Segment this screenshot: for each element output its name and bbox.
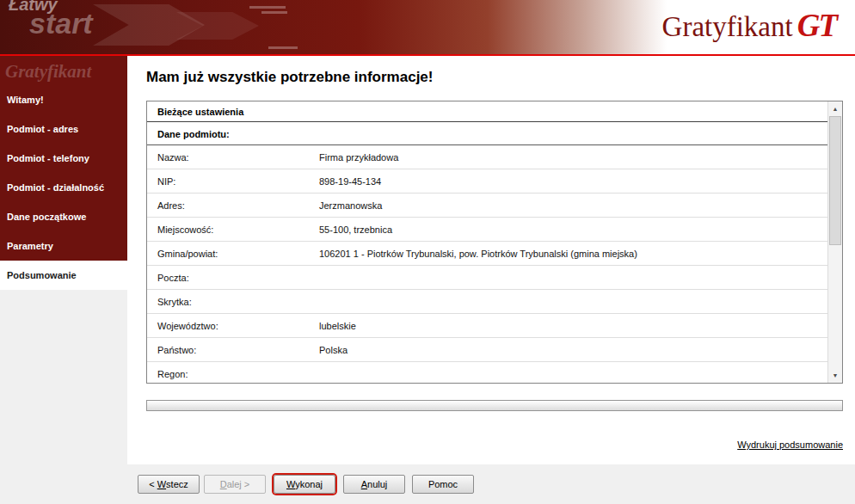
sidebar-item-label: Witamy! [7,95,44,105]
button-label-mnemonic: D [220,479,227,489]
button-label-part: stecz [166,479,188,489]
field-label: NIP: [157,176,319,187]
header-decoration-lines [261,11,287,14]
wizard-steps-sidebar: Gratyfikant Witamy! Podmiot - adres Podm… [0,56,127,290]
field-value: Firma przykładowa [319,152,827,163]
table-row: Miejscowość: 55-100, trzebnica [147,218,827,242]
button-label-part: nuluj [367,479,387,489]
cancel-button[interactable]: Anuluj [343,475,405,494]
execute-button[interactable]: Wykonaj [274,475,335,494]
scrollbar-thumb[interactable] [829,116,841,245]
sidebar-item-label: Podsumowanie [7,270,77,280]
watermark-gratyfikant: Gratyfikant [5,61,91,83]
table-row: Nazwa: Firma przykładowa [147,145,827,169]
header-decoration-lines [249,6,286,9]
sidebar-item-witamy[interactable]: Witamy! [0,85,127,114]
next-button[interactable]: Dalej > [204,475,266,494]
field-label: Poczta: [157,273,319,283]
footer-bar: < Wstecz Dalej > Wykonaj Anuluj Pomoc [0,464,855,504]
table-row: Województwo: lubelskie [147,314,827,338]
header-decoration-lines [268,46,298,49]
field-value: lubelskie [319,321,827,331]
sidebar-item-podmiot-telefony[interactable]: Podmiot - telefony [0,144,127,173]
field-label: Regon: [157,369,319,379]
button-label-mnemonic: W [286,479,295,489]
table-row: Gmina/powiat: 106201 1 - Piotrków Trybun… [147,242,827,266]
back-button[interactable]: < Wstecz [138,475,200,494]
scroll-up-icon[interactable]: ▲ [828,101,842,116]
field-label: Województwo: [157,321,319,331]
field-value: Polska [319,345,827,355]
sidebar-item-label: Podmiot - adres [7,124,78,134]
sidebar-item-podmiot-adres[interactable]: Podmiot - adres [0,114,127,144]
field-value: 55-100, trzebnica [319,224,827,235]
vertical-scrollbar[interactable]: ▲ ▼ [827,101,842,383]
button-label-part: alej > [227,479,250,489]
help-button[interactable]: Pomoc [412,475,474,494]
button-label-mnemonic: A [361,479,367,489]
sidebar-item-parametry[interactable]: Parametry [0,231,127,261]
sidebar-item-label: Dane początkowe [7,212,86,222]
sidebar-item-podmiot-dzialalnosc[interactable]: Podmiot - działalność [0,173,127,202]
table-row: Regon: [147,362,827,383]
section-header: Dane podmiotu: [147,122,827,145]
table-row: Państwo: Polska [147,338,827,362]
logo-gt-icon: GT [797,8,836,43]
summary-panel-content: Bieżące ustawienia Dane podmiotu: Nazwa:… [147,101,827,383]
table-row: Adres: Jerzmanowska [147,194,827,218]
app-logo: GratyfikantGT [662,7,836,44]
field-value: 898-19-45-134 [319,176,827,187]
logo-text: Gratyfikant [662,11,793,42]
sidebar-item-label: Podmiot - telefony [7,153,89,163]
table-row: Poczta: [147,266,827,290]
sidebar-item-label: Parametry [7,241,53,251]
button-label-part: Pomoc [428,479,458,489]
field-label: Adres: [157,200,319,211]
sidebar-item-podsumowanie[interactable]: Podsumowanie [0,261,127,290]
field-label: Gmina/powiat: [157,249,319,259]
field-label: Miejscowość: [157,224,319,235]
table-row: NIP: 898-19-45-134 [147,169,827,194]
field-value: 106201 1 - Piotrków Trybunalski, pow. Pi… [319,249,827,259]
field-label: Nazwa: [157,152,319,163]
page-title: Mam już wszystkie potrzebne informacje! [146,69,433,86]
print-summary-link[interactable]: Wydrukuj podsumowanie [737,439,843,450]
scroll-down-icon[interactable]: ▼ [828,368,842,383]
watermark-start: start [29,7,93,40]
header-banner: Łatwy start GratyfikantGT [0,0,855,54]
button-label-part: < [149,479,157,489]
field-label: Państwo: [157,345,319,355]
field-label: Skrytka: [157,297,319,307]
sidebar-item-dane-poczatkowe[interactable]: Dane początkowe [0,202,127,231]
field-value: Jerzmanowska [319,200,827,211]
main-content: Mam już wszystkie potrzebne informacje! … [127,56,855,464]
progress-bar [146,400,843,411]
button-label-part: ykonaj [295,479,323,489]
sidebar-item-label: Podmiot - działalność [7,182,104,193]
table-row: Skrytka: [147,290,827,314]
summary-panel: Bieżące ustawienia Dane podmiotu: Nazwa:… [146,101,843,384]
panel-header: Bieżące ustawienia [147,101,827,122]
button-label-mnemonic: W [157,479,166,489]
